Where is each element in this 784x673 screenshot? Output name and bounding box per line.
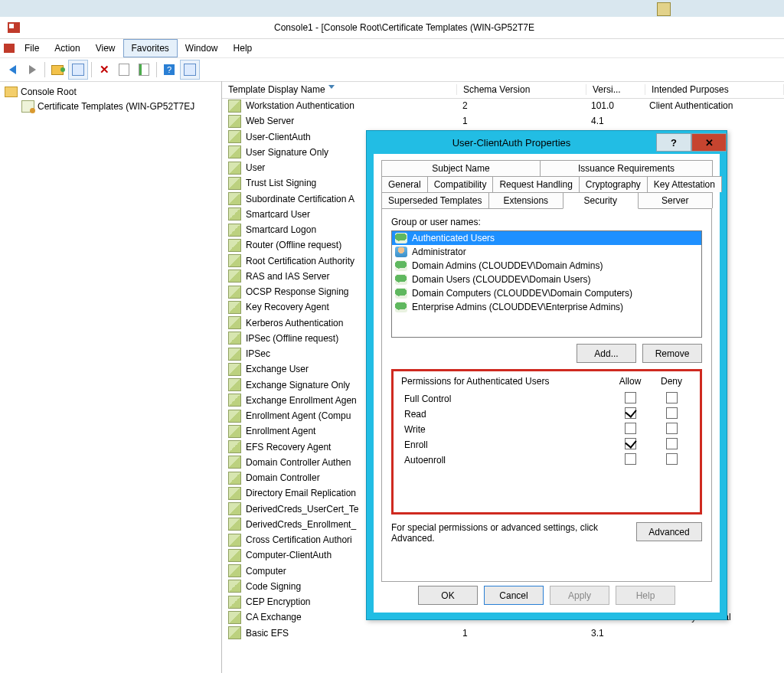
template-row[interactable]: Web Server14.1 xyxy=(222,113,784,129)
tab-issuance-req[interactable]: Issuance Requirements xyxy=(540,160,713,176)
allow-checkbox[interactable] xyxy=(625,392,636,403)
template-icon xyxy=(228,534,241,547)
user-row[interactable]: Domain Computers (CLOUDDEV\Domain Comput… xyxy=(392,286,701,300)
template-name: DerivedCreds_Enrollment_ xyxy=(246,519,356,530)
advanced-text: For special permissions or advanced sett… xyxy=(391,522,629,544)
template-name: Computer xyxy=(246,566,286,577)
delete-button[interactable]: ✕ xyxy=(95,60,113,79)
allow-checkbox[interactable] xyxy=(625,453,636,465)
template-icon xyxy=(228,394,241,407)
tab-extensions[interactable]: Extensions xyxy=(488,192,564,208)
help-button[interactable]: Help xyxy=(616,586,675,605)
tab-superseded[interactable]: Superseded Templates xyxy=(381,192,489,208)
help-icon: ? xyxy=(164,64,175,75)
user-row[interactable]: Domain Users (CLOUDDEV\Domain Users) xyxy=(392,273,701,286)
template-name: Kerberos Authentication xyxy=(246,318,343,328)
export-button[interactable] xyxy=(135,60,153,79)
tree-root-label: Console Root xyxy=(21,87,77,97)
user-row[interactable]: Administrator xyxy=(392,245,701,259)
dialog-close-button[interactable]: ✕ xyxy=(691,133,727,152)
dialog-title: User-ClientAuth Properties xyxy=(367,137,656,149)
pane-icon xyxy=(72,64,84,76)
add-button[interactable]: Add... xyxy=(577,344,636,363)
menu-window[interactable]: Window xyxy=(178,39,226,57)
cancel-button[interactable]: Cancel xyxy=(484,586,544,605)
action-pane-button[interactable] xyxy=(180,60,200,80)
titlebar: Console1 - [Console Root\Certificate Tem… xyxy=(0,17,784,39)
dialog-help-button[interactable]: ? xyxy=(656,133,691,152)
template-name: Web Server xyxy=(246,116,294,126)
tray-icon[interactable] xyxy=(657,2,671,16)
template-row[interactable]: Basic EFS13.1 xyxy=(222,626,784,641)
allow-checkbox[interactable] xyxy=(625,438,636,449)
tab-cryptography[interactable]: Cryptography xyxy=(579,176,648,192)
template-icon xyxy=(228,130,241,143)
tab-general[interactable]: General xyxy=(381,176,428,192)
template-icon xyxy=(228,332,241,345)
allow-checkbox[interactable] xyxy=(625,423,636,434)
col-schema[interactable]: Schema Version xyxy=(457,84,586,95)
template-icon xyxy=(228,518,241,531)
template-row[interactable]: Workstation Authentication2101.0Client A… xyxy=(222,98,784,113)
perm-name: Full Control xyxy=(401,394,609,404)
template-icon xyxy=(228,440,241,453)
deny-checkbox[interactable] xyxy=(666,453,678,465)
menu-view[interactable]: View xyxy=(88,39,123,57)
tab-subject-name[interactable]: Subject Name xyxy=(381,160,541,176)
menu-favorites[interactable]: Favorites xyxy=(123,39,178,57)
tabstrip: Subject Name Issuance Requirements Gener… xyxy=(374,154,720,208)
col-purpose[interactable]: Intended Purposes xyxy=(645,84,784,95)
allow-checkbox[interactable] xyxy=(625,407,636,419)
template-name: User xyxy=(246,162,265,173)
tab-compatibility[interactable]: Compatibility xyxy=(427,176,494,192)
template-name: DerivedCreds_UserCert_Te xyxy=(246,504,358,515)
dialog-buttons: OK Cancel Apply Help xyxy=(374,586,720,605)
forward-button[interactable] xyxy=(23,60,41,79)
deny-checkbox[interactable] xyxy=(666,392,678,403)
tab-server[interactable]: Server xyxy=(638,192,713,208)
properties-button[interactable] xyxy=(115,60,133,79)
ok-button[interactable]: OK xyxy=(418,586,478,605)
deny-checkbox[interactable] xyxy=(666,407,678,419)
menu-file[interactable]: File xyxy=(17,39,47,57)
help-button[interactable]: ? xyxy=(160,60,178,79)
cert-templates-icon xyxy=(21,100,34,113)
user-row[interactable]: Enterprise Admins (CLOUDDEV\Enterprise A… xyxy=(392,300,701,314)
template-icon xyxy=(228,487,241,500)
tab-request-handling[interactable]: Request Handling xyxy=(492,176,579,192)
tree-cert-templates[interactable]: Certificate Templates (WIN-GP52T7EJ xyxy=(5,99,221,113)
arrow-right-icon xyxy=(29,65,36,74)
user-name: Domain Users (CLOUDDEV\Domain Users) xyxy=(412,274,590,285)
perm-name: Write xyxy=(401,424,609,435)
user-row[interactable]: Domain Admins (CLOUDDEV\Domain Admins) xyxy=(392,259,701,273)
template-icon xyxy=(228,207,241,221)
template-name: Directory Email Replication xyxy=(246,488,356,498)
template-name: User Signature Only xyxy=(246,147,328,158)
tab-security[interactable]: Security xyxy=(563,192,638,209)
tab-key-attestation[interactable]: Key Attestation xyxy=(647,176,722,192)
menu-action[interactable]: Action xyxy=(47,39,87,57)
perm-title: Permissions for Authenticated Users xyxy=(401,376,609,387)
separator xyxy=(44,62,45,77)
advanced-button[interactable]: Advanced xyxy=(636,522,702,541)
permission-row: Write xyxy=(401,422,692,437)
up-button[interactable] xyxy=(48,60,67,79)
show-hide-tree-button[interactable] xyxy=(68,60,88,80)
template-icon xyxy=(228,456,241,469)
col-version[interactable]: Versi... xyxy=(586,84,645,95)
template-name: Exchange User xyxy=(246,364,309,374)
tree-root[interactable]: Console Root xyxy=(5,84,221,99)
remove-button[interactable]: Remove xyxy=(642,344,702,363)
dialog-titlebar[interactable]: User-ClientAuth Properties ? ✕ xyxy=(367,131,727,154)
separator xyxy=(91,62,92,77)
deny-checkbox[interactable] xyxy=(666,423,678,434)
menu-help[interactable]: Help xyxy=(226,39,260,57)
mmc-window: Console1 - [Console Root\Certificate Tem… xyxy=(0,17,784,673)
system-menu-icon[interactable] xyxy=(2,39,17,57)
back-button[interactable] xyxy=(3,60,21,79)
user-row[interactable]: Authenticated Users xyxy=(392,231,701,245)
deny-checkbox[interactable] xyxy=(666,438,678,449)
user-list[interactable]: Authenticated UsersAdministratorDomain A… xyxy=(391,230,702,338)
apply-button[interactable]: Apply xyxy=(550,586,609,605)
col-name[interactable]: Template Display Name xyxy=(222,84,457,95)
